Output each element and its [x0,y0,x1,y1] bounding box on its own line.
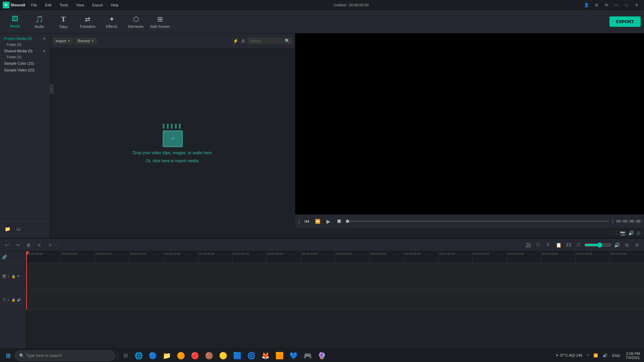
search-submit-icon[interactable]: 🔍 [285,39,290,43]
cut-btn[interactable]: ✕ [35,241,44,249]
collapse-handle[interactable]: ‹ [50,84,54,94]
sample-color-item[interactable]: Sample Color (15) [0,60,50,67]
camera-btn[interactable]: 🎥 [524,241,533,249]
menu-file[interactable]: File [29,2,39,8]
media-drop-area[interactable]: + Drop your video clips, images, or audi… [50,49,295,238]
close-btn[interactable]: ✕ [632,2,641,8]
toolbar-media-btn[interactable]: 🖼 Media [3,12,27,32]
taskbar-app5[interactable]: 🌀 [245,349,258,362]
left-panel-bottom: 📁 🗂 [0,221,50,236]
lock-icon[interactable]: 🔒 [11,275,15,278]
link-tool-icon[interactable]: 🔗 [2,255,7,259]
toolbar-audio-btn[interactable]: 🎵 Audio [28,12,51,32]
import-folder-btn[interactable]: 🗂 [14,224,23,234]
taskbar-app1[interactable]: 🟠 [174,349,187,362]
maximize-btn[interactable]: □ [622,2,631,8]
step-back-btn[interactable]: ⏪ [314,217,322,225]
track-area [26,263,644,362]
sample-video-item[interactable]: Sample Video (20) [0,67,50,73]
volume-timeline-btn[interactable]: 🔊 [612,241,621,249]
skip-back-btn[interactable]: ⏮ [303,217,311,225]
clock[interactable]: 2:09 PM 7/4/2021 [624,351,642,360]
import-btn[interactable]: Import ▼ [53,38,73,44]
export-button[interactable]: EXPORT [609,16,641,27]
taskbar-app3[interactable]: 🟤 [202,349,216,362]
audio-mute-icon[interactable]: 🔊 [17,298,21,302]
menu-export[interactable]: Export [90,2,105,8]
volume-systray[interactable]: 🔊 [601,353,609,358]
settings-btn[interactable]: ⚙ [633,241,641,249]
toolbar-transition-label: Transition [79,24,96,28]
folder-0-item[interactable]: Folder (0) [0,42,50,48]
record-btn[interactable]: Record ▼ [75,38,97,44]
snapshot-icon[interactable]: 📷 [620,230,626,236]
start-button[interactable]: ⊞ [2,350,14,362]
volume-icon[interactable]: 🔊 [628,230,634,236]
more-btn[interactable]: ≡ [46,241,54,249]
taskbar-firefox-app[interactable]: 🦊 [259,349,272,362]
screen-btn[interactable]: ⧉ [592,2,601,8]
taskbar-explorer-app[interactable]: 📁 [160,349,173,362]
shield-btn[interactable]: 🛡 [534,241,543,249]
stop-btn[interactable]: ⏹ [335,217,343,225]
profile-btn[interactable]: 👤 [582,2,591,8]
eye-icon[interactable]: 👁 [17,275,20,278]
timer-btn[interactable]: ⏱ [574,241,583,249]
delete-btn[interactable]: 🗑 [24,241,33,249]
toolbar-transition-btn[interactable]: ⇄ Transition [76,12,99,32]
search-input[interactable] [250,39,283,43]
toolbar-elements-btn[interactable]: ⬡ Elements [124,12,148,32]
shared-folder-0-item[interactable]: Folder (0) [0,54,50,60]
taskbar-app8[interactable]: 🔮 [315,349,328,362]
taskbar-app2[interactable]: 🔴 [188,349,202,362]
audio-lock-icon[interactable]: 🔒 [11,298,15,302]
grid-timeline-btn[interactable]: ⊞ [623,241,631,249]
taskbar-app6[interactable]: 🟧 [273,349,286,362]
taskbar-edge-app[interactable]: 🌐 [132,349,145,362]
toolbar-splitscreen-btn[interactable]: ⊞ Split Screen [148,12,172,32]
mark-in-bracket[interactable]: { [299,219,300,224]
minimize-btn[interactable]: — [612,2,621,8]
task-view-btn[interactable]: ⊟ [120,350,131,361]
project-media-item[interactable]: Project Media (0) ▼ [0,35,50,42]
toolbar-effects-btn[interactable]: ✦ Effects [100,12,123,32]
video-track[interactable] [26,263,644,290]
zoom-slider[interactable] [584,242,611,248]
audio-track[interactable] [26,290,644,310]
fullscreen-icon[interactable]: ⛶ [612,230,617,236]
progress-bar[interactable] [346,221,609,222]
mail-btn[interactable]: ✉ [602,2,611,8]
play-btn[interactable]: ▶ [324,217,332,225]
menu-tools[interactable]: Tools [58,2,70,8]
taskbar-app7[interactable]: 🎮 [301,349,314,362]
taskbar-search[interactable]: 🔍 Type here to search [15,350,115,361]
filter-icon[interactable]: ⚡ [233,38,238,44]
timeline-ruler[interactable]: 00:00:00:0000:00:05:0000:00:10:0000:00:1… [26,251,644,263]
mic-btn[interactable]: 🎙 [544,241,553,249]
toolbar-titles-btn[interactable]: T Titles [52,12,75,32]
new-folder-btn[interactable]: 📁 [3,224,12,234]
elements-icon: ⬡ [133,15,139,23]
redo-btn[interactable]: ↪ [13,241,22,249]
undo-btn[interactable]: ↩ [3,241,11,249]
layout-icon[interactable]: ⊞ [637,230,641,236]
menu-edit[interactable]: Edit [43,2,54,8]
pip-btn[interactable]: 📋 [554,241,563,249]
shared-media-item[interactable]: Shared Media (0) ▼ [0,48,50,54]
systray: ☀ 37°C AQI 246 ^ 📶 🔊 ENG 2:09 PM 7/4/202… [554,351,642,360]
lang-systray[interactable]: ENG [611,353,622,358]
search-box[interactable]: 🔍 [247,38,292,44]
mark-out-bracket[interactable]: } [612,219,613,224]
wifi-systray[interactable]: 📶 [592,353,599,358]
taskbar-app4[interactable]: 🟦 [230,349,244,362]
taskbar-filmora-app[interactable]: 🟡 [216,349,230,362]
taskbar-chrome-app[interactable]: 🔵 [146,349,159,362]
menu-help[interactable]: Help [109,2,121,8]
menu-view[interactable]: View [74,2,86,8]
taskbar-word-app[interactable]: 💙 [287,349,300,362]
playhead[interactable] [26,251,27,263]
filmstrip-btn[interactable]: 🎞 [564,241,573,249]
timeline-toolbar: ↩ ↪ 🗑 ✕ ≡ 🎥 🛡 🎙 📋 🎞 ⏱ 🔊 ⊞ ⚙ [0,239,644,251]
chevron-systray[interactable]: ^ [586,353,590,358]
grid-icon[interactable]: ⊞ [241,38,245,44]
